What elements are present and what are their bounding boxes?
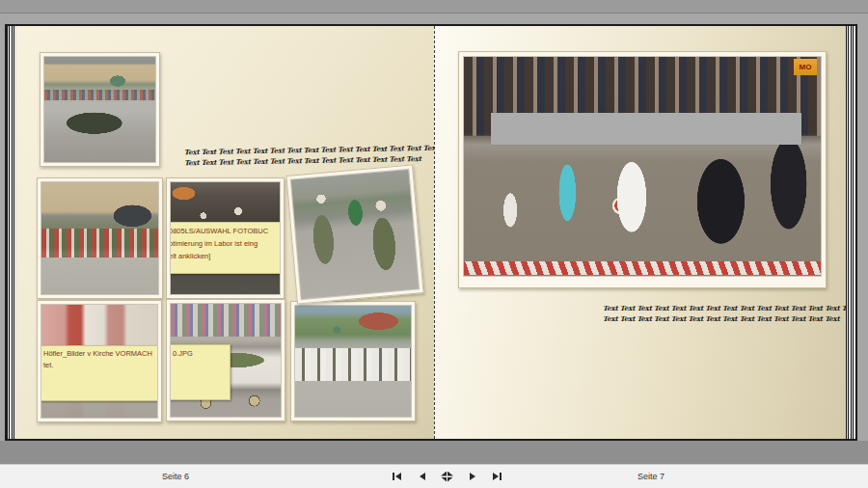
photobook-preview-window: Text Text Text Text Text Text Text Text … <box>0 0 868 488</box>
sticky-note-kirche[interactable]: Höfler_Bilder v Kirche VORMACH tet. <box>41 345 157 401</box>
previous-page-button[interactable] <box>414 469 430 484</box>
page-left[interactable]: Text Text Text Text Text Text Text Text … <box>16 26 434 439</box>
page-number-left: Seite 6 <box>162 472 189 481</box>
next-page-button[interactable] <box>464 469 480 484</box>
text-line: Text Text Text Text Text Text Text Text … <box>603 303 846 313</box>
page-edge-stack-right <box>846 26 855 439</box>
photo-wooden-cart-image: 0.JPG <box>171 304 281 417</box>
photo-street-crowd[interactable]: Höfler_Bilder v Kirche VORMACH tet. <box>37 300 162 422</box>
spine-divider <box>434 26 435 439</box>
photo-wedding-large[interactable]: MO <box>458 51 827 288</box>
note-line: elt anklicken] <box>171 250 280 262</box>
photo-wedding-large-image: MO <box>464 57 821 276</box>
text-line: Text Text Text Text Text Text Text Text … <box>603 313 846 324</box>
photo-helmets-dark-image: 0805LS/AUSWAHL FOTOBUC ptimierung im Lab… <box>171 182 280 294</box>
top-gray-bar <box>0 0 868 14</box>
first-page-button[interactable] <box>389 469 405 484</box>
photo-village-square[interactable] <box>40 52 160 167</box>
shop-sign-overlay: MO <box>794 59 817 75</box>
status-bar: Seite 6 Seite 7 <box>0 464 868 488</box>
photo-men-bending[interactable] <box>290 301 416 421</box>
text-block-left[interactable]: Text Text Text Text Text Text Text Text … <box>184 143 434 169</box>
photo-village-square-image <box>44 57 155 162</box>
sticky-note-jpg[interactable]: 0.JPG <box>171 344 231 400</box>
note-line: tet. <box>43 360 157 371</box>
last-page-icon <box>493 473 499 480</box>
overview-button[interactable] <box>439 469 455 484</box>
note-line: 0.JPG <box>173 347 227 360</box>
photo-firefighters-table[interactable] <box>37 177 163 299</box>
photo-firefighters-carrying[interactable] <box>285 165 423 305</box>
page-right[interactable]: MO Text Text Text Text Text Text Text Te… <box>434 26 846 439</box>
photo-street-crowd-image: Höfler_Bilder v Kirche VORMACH tet. <box>41 305 157 418</box>
sticky-note-fotobuch[interactable]: 0805LS/AUSWAHL FOTOBUC ptimierung im Lab… <box>171 222 280 274</box>
photo-men-bending-image <box>295 306 411 417</box>
last-page-button[interactable] <box>489 469 505 484</box>
note-line: ptimierung im Labor ist eing <box>171 237 280 250</box>
note-line: Höfler_Bilder v Kirche VORMACH <box>43 348 157 360</box>
gray-censor-bar <box>491 113 801 145</box>
page-number-right: Seite 7 <box>637 472 665 481</box>
previous-page-icon <box>420 473 425 480</box>
photo-wooden-cart[interactable]: 0.JPG <box>166 299 285 421</box>
note-line: 0805LS/AUSWAHL FOTOBUC <box>171 225 280 237</box>
bottom-gray-band <box>0 441 868 464</box>
book-spread: Text Text Text Text Text Text Text Text … <box>5 24 857 441</box>
first-page-icon <box>393 473 394 480</box>
photo-helmets-dark[interactable]: 0805LS/AUSWAHL FOTOBUC ptimierung im Lab… <box>166 177 285 299</box>
page-edge-stack-left <box>7 26 16 439</box>
page-navigation <box>389 469 505 484</box>
text-block-right[interactable]: Text Text Text Text Text Text Text Text … <box>603 303 846 324</box>
photo-firefighters-table-image <box>41 182 158 294</box>
photo-firefighters-carrying-image <box>291 170 419 299</box>
next-page-icon <box>470 473 475 480</box>
fit-overview-icon <box>441 472 453 482</box>
